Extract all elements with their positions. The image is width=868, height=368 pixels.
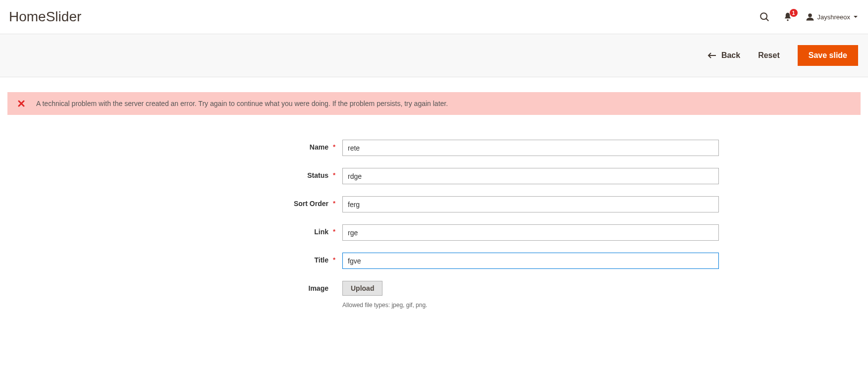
back-button[interactable]: Back [707, 51, 740, 60]
username-label: Jayshreeox [817, 13, 850, 21]
name-input[interactable] [342, 140, 719, 156]
save-button[interactable]: Save slide [798, 45, 858, 66]
action-toolbar: Back Reset Save slide [0, 34, 868, 77]
field-row-link: Link [149, 224, 719, 241]
notifications-icon[interactable]: 1 [783, 12, 793, 22]
field-row-sortorder: Sort Order [149, 196, 719, 212]
name-label: Name [149, 140, 342, 151]
notification-badge: 1 [790, 9, 798, 17]
title-label: Title [149, 253, 342, 264]
header-actions: 1 Jayshreeox [759, 11, 858, 22]
image-label: Image [149, 281, 342, 292]
page-header: HomeSlider 1 Jayshreeox [0, 0, 868, 34]
svg-line-1 [766, 18, 768, 21]
field-row-name: Name [149, 140, 719, 156]
svg-point-2 [787, 19, 788, 21]
status-label: Status [149, 168, 342, 179]
user-menu[interactable]: Jayshreeox [806, 12, 858, 21]
reset-button[interactable]: Reset [758, 51, 780, 60]
svg-point-3 [808, 13, 812, 17]
link-label: Link [149, 224, 342, 236]
svg-point-0 [760, 13, 767, 19]
chevron-down-icon [853, 14, 858, 19]
user-icon [806, 12, 814, 21]
title-input[interactable] [342, 253, 719, 269]
error-text: A technical problem with the server crea… [36, 100, 448, 107]
arrow-left-icon [707, 52, 716, 59]
link-input[interactable] [342, 224, 719, 241]
field-row-title: Title [149, 253, 719, 269]
error-message: A technical problem with the server crea… [7, 92, 861, 115]
field-row-status: Status [149, 168, 719, 184]
sortorder-input[interactable] [342, 196, 719, 212]
field-row-image: Image Upload Allowed file types: jpeg, g… [149, 281, 719, 309]
slide-form: Name Status Sort Order Link Title Image … [149, 140, 719, 309]
sortorder-label: Sort Order [149, 196, 342, 208]
error-icon [17, 100, 25, 107]
status-input[interactable] [342, 168, 719, 184]
upload-button[interactable]: Upload [342, 281, 382, 296]
page-title: HomeSlider [9, 9, 81, 25]
back-label: Back [721, 51, 740, 60]
image-note: Allowed file types: jpeg, gif, png. [342, 302, 719, 309]
search-icon[interactable] [759, 11, 770, 22]
